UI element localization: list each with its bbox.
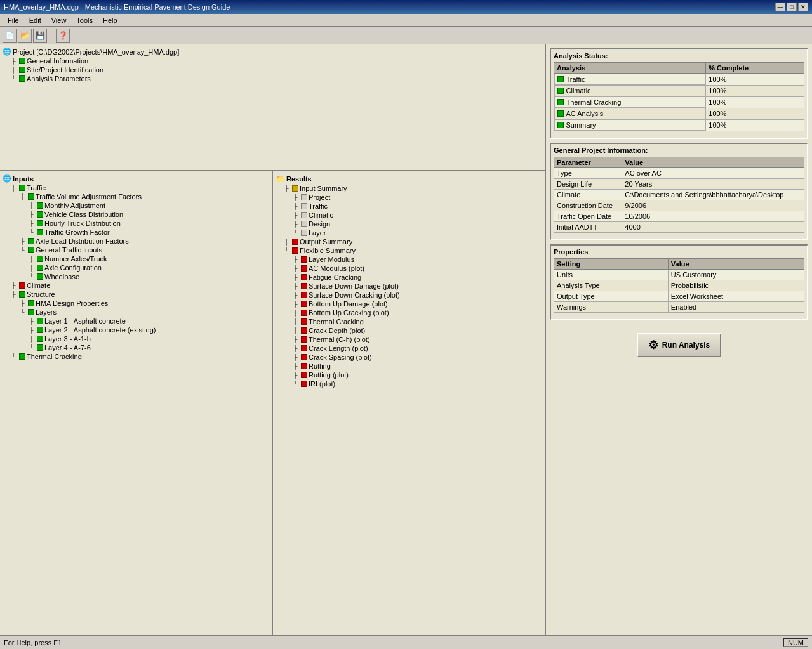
layer1-label[interactable]: Layer 1 - Asphalt concrete — [44, 317, 126, 325]
wheelbase-node[interactable]: └ Wheelbase — [29, 272, 269, 281]
minimize-button[interactable]: — — [775, 3, 785, 11]
structure-node[interactable]: ├ Structure — [11, 290, 269, 299]
maximize-button[interactable]: □ — [787, 3, 797, 11]
htd-node[interactable]: ├ Hourly Truck Distribution — [29, 219, 269, 228]
output-summary-node[interactable]: ├ Output Summary — [284, 237, 543, 246]
is-design-label[interactable]: Design — [309, 220, 330, 228]
analysis-params-label[interactable]: Analysis Parameters — [27, 75, 91, 82]
is-design-node[interactable]: ├ Design — [293, 220, 543, 228]
crack-spacing-label[interactable]: Crack Spacing (plot) — [309, 353, 372, 361]
layer3-label[interactable]: Layer 3 - A-1-b — [44, 335, 91, 343]
structure-label[interactable]: Structure — [27, 291, 55, 298]
is-traffic-label[interactable]: Traffic — [309, 202, 328, 210]
surf-down-cracking-label[interactable]: Surface Down Cracking (plot) — [309, 291, 400, 299]
fatigue-cracking-label[interactable]: Fatigue Cracking — [309, 273, 361, 281]
is-climatic-node[interactable]: ├ Climatic — [293, 211, 543, 220]
run-analysis-button[interactable]: ⚙ Run Analysis — [637, 333, 722, 357]
thermal-cracking-input-node[interactable]: └ Thermal Cracking — [11, 352, 269, 361]
surf-down-damage-label[interactable]: Surface Down Damage (plot) — [309, 282, 399, 290]
surf-down-damage-node[interactable]: ├ Surface Down Damage (plot) — [293, 282, 543, 291]
thermal-cracking-input-label[interactable]: Thermal Cracking — [27, 353, 82, 360]
general-info-node[interactable]: ├ General Information — [11, 56, 543, 65]
layer-modulus-node[interactable]: ├ Layer Modulus — [293, 255, 543, 264]
monthly-adj-node[interactable]: ├ Monthly Adjustment — [29, 201, 269, 210]
help-button[interactable]: ❓ — [56, 29, 70, 43]
flexible-summary-label[interactable]: Flexible Summary — [300, 247, 356, 254]
input-summary-label[interactable]: Input Summary — [300, 185, 347, 192]
layer1-node[interactable]: ├ Layer 1 - Asphalt concrete — [29, 317, 269, 325]
traffic-node[interactable]: ├ Traffic — [11, 183, 269, 192]
layer3-node[interactable]: ├ Layer 3 - A-1-b — [29, 334, 269, 343]
crack-depth-node[interactable]: ├ Crack Depth (plot) — [293, 326, 543, 335]
thermal-ch-node[interactable]: ├ Thermal (C-h) (plot) — [293, 335, 543, 344]
iri-plot-label[interactable]: IRI (plot) — [309, 380, 335, 388]
htd-label[interactable]: Hourly Truck Distribution — [44, 220, 121, 227]
bot-up-damage-label[interactable]: Bottom Up Damage (plot) — [309, 300, 388, 308]
crack-spacing-node[interactable]: ├ Crack Spacing (plot) — [293, 353, 543, 362]
num-axles-node[interactable]: ├ Number Axles/Truck — [29, 254, 269, 263]
analysis-params-node[interactable]: └ Analysis Parameters — [11, 74, 543, 83]
gti-label[interactable]: General Traffic Inputs — [36, 246, 102, 254]
is-traffic-node[interactable]: ├ Traffic — [293, 202, 543, 211]
project-root[interactable]: 🌐 Project [C:\DG2002\Projects\HMA_overla… — [3, 47, 543, 56]
wheelbase-label[interactable]: Wheelbase — [44, 273, 79, 280]
rutting-label[interactable]: Rutting — [309, 362, 331, 370]
flexible-summary-node[interactable]: └ Flexible Summary — [284, 246, 543, 255]
axle-config-label[interactable]: Axle Configuration — [44, 264, 102, 272]
site-project-node[interactable]: ├ Site/Project Identification — [11, 65, 543, 74]
results-root[interactable]: 📁 Results — [276, 174, 543, 184]
hma-design-label[interactable]: HMA Design Properties — [36, 299, 108, 307]
menu-help[interactable]: Help — [98, 15, 123, 25]
monthly-adj-label[interactable]: Monthly Adjustment — [44, 202, 105, 209]
ac-modulus-node[interactable]: ├ AC Modulus (plot) — [293, 264, 543, 273]
site-project-label[interactable]: Site/Project Identification — [27, 66, 103, 74]
output-summary-label[interactable]: Output Summary — [300, 238, 352, 246]
tgf-label[interactable]: Traffic Growth Factor — [44, 228, 110, 236]
is-project-label[interactable]: Project — [309, 193, 330, 201]
thermal-cracking-result-label[interactable]: Thermal Cracking — [309, 318, 364, 325]
menu-file[interactable]: File — [3, 15, 24, 25]
vcd-label[interactable]: Vehicle Class Distribution — [44, 211, 123, 218]
thermal-cracking-result-node[interactable]: ├ Thermal Cracking — [293, 317, 543, 326]
tvaf-node[interactable]: ├ Traffic Volume Adjustment Factors — [20, 192, 269, 201]
bot-up-cracking-node[interactable]: ├ Bottom Up Cracking (plot) — [293, 308, 543, 317]
layer-modulus-label[interactable]: Layer Modulus — [309, 256, 354, 263]
rutting-plot-node[interactable]: ├ Rutting (plot) — [293, 370, 543, 379]
hma-design-node[interactable]: ├ HMA Design Properties — [20, 299, 269, 308]
crack-length-label[interactable]: Crack Length (plot) — [309, 344, 368, 352]
bot-up-cracking-label[interactable]: Bottom Up Cracking (plot) — [309, 309, 389, 317]
climate-node[interactable]: ├ Climate — [11, 281, 269, 290]
new-button[interactable]: 📄 — [3, 29, 17, 43]
thermal-ch-label[interactable]: Thermal (C-h) (plot) — [309, 336, 370, 343]
num-axles-label[interactable]: Number Axles/Truck — [44, 255, 107, 263]
input-summary-node[interactable]: ├ Input Summary — [284, 184, 543, 193]
save-button[interactable]: 💾 — [33, 29, 47, 43]
open-button[interactable]: 📂 — [18, 29, 32, 43]
layers-label[interactable]: Layers — [36, 308, 57, 316]
tvaf-label[interactable]: Traffic Volume Adjustment Factors — [36, 193, 142, 200]
axle-config-node[interactable]: ├ Axle Configuration — [29, 263, 269, 272]
is-project-node[interactable]: ├ Project — [293, 193, 543, 202]
surf-down-cracking-node[interactable]: ├ Surface Down Cracking (plot) — [293, 291, 543, 299]
aldf-label[interactable]: Axle Load Distribution Factors — [36, 237, 129, 245]
aldf-node[interactable]: ├ Axle Load Distribution Factors — [20, 237, 269, 246]
crack-depth-label[interactable]: Crack Depth (plot) — [309, 327, 365, 334]
layer4-node[interactable]: └ Layer 4 - A-7-6 — [29, 343, 269, 352]
is-layer-label[interactable]: Layer — [309, 229, 326, 237]
inputs-root[interactable]: 🌐 Inputs — [3, 174, 269, 183]
rutting-node[interactable]: ├ Rutting — [293, 362, 543, 370]
is-layer-node[interactable]: └ Layer — [293, 228, 543, 237]
layer2-label[interactable]: Layer 2 - Asphalt concrete (existing) — [44, 326, 156, 334]
layer2-node[interactable]: ├ Layer 2 - Asphalt concrete (existing) — [29, 325, 269, 334]
traffic-label[interactable]: Traffic — [27, 184, 46, 192]
menu-tools[interactable]: Tools — [71, 15, 98, 25]
gti-node[interactable]: └ General Traffic Inputs — [20, 246, 269, 254]
menu-view[interactable]: View — [46, 15, 72, 25]
layer4-label[interactable]: Layer 4 - A-7-6 — [44, 344, 91, 351]
close-button[interactable]: ✕ — [798, 3, 808, 11]
rutting-plot-label[interactable]: Rutting (plot) — [309, 371, 349, 379]
bot-up-damage-node[interactable]: ├ Bottom Up Damage (plot) — [293, 299, 543, 308]
crack-length-node[interactable]: ├ Crack Length (plot) — [293, 344, 543, 353]
menu-edit[interactable]: Edit — [24, 15, 46, 25]
ac-modulus-label[interactable]: AC Modulus (plot) — [309, 265, 364, 272]
